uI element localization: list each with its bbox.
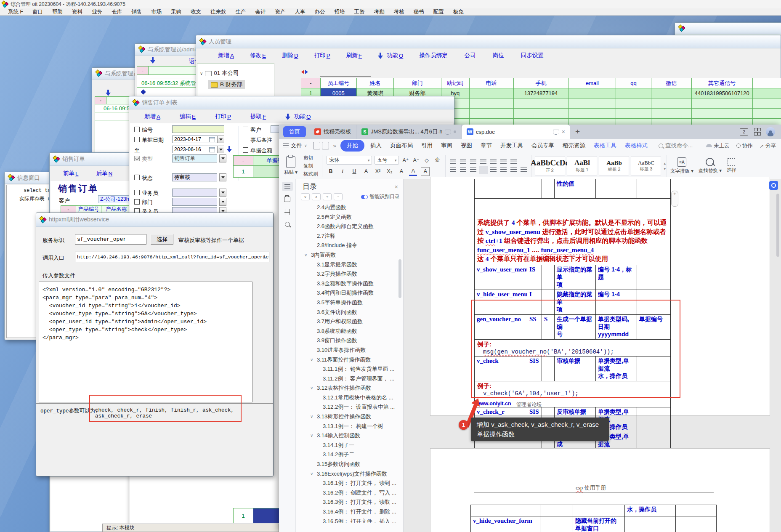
copy-button[interactable]: 复制 — [303, 163, 318, 169]
toolbar-button[interactable]: 前单L — [63, 170, 79, 177]
char-border-button[interactable]: A — [421, 167, 430, 176]
menu-item[interactable]: 会计 — [251, 8, 271, 16]
table-header-cell[interactable] — [753, 78, 781, 88]
styles-down-icon[interactable]: ▾ — [664, 167, 666, 171]
toc-item[interactable]: 3.16.1例： 打开文件， 读到 ... — [296, 479, 403, 488]
menu-item[interactable]: 会员专享 — [527, 142, 558, 149]
location-pin-icon[interactable] — [769, 181, 778, 190]
menu-start[interactable]: 开始 — [340, 140, 364, 152]
toc-item[interactable]: 3.11.2例： 客户管理界面， ... — [296, 374, 403, 384]
font-select[interactable]: 宋体▾ — [327, 156, 372, 165]
menu-item[interactable]: 系统 F — [3, 8, 28, 16]
justify-icon[interactable] — [480, 168, 486, 173]
toc-item[interactable]: 3.1显示提示函数 — [296, 260, 403, 270]
menu-item[interactable]: 配置 — [429, 8, 449, 16]
menu-item[interactable]: 审阅 — [437, 142, 457, 149]
filter-checkbox-no[interactable] — [134, 127, 140, 132]
window-titlebar[interactable]: 销售订单 列表 — [129, 96, 454, 109]
toc-item[interactable]: 3.10进度条操作函数 — [296, 346, 403, 355]
context-menu-item[interactable]: 表格样式 — [621, 142, 652, 149]
menu-item[interactable]: 办公 — [310, 8, 330, 16]
toc-item[interactable]: 2.5自定义函数 — [296, 213, 403, 222]
toc-item[interactable]: 3.16.3例： 打开文件， 读取 ... — [296, 497, 403, 507]
select-button[interactable]: 选择 — [724, 152, 736, 179]
tab-doc-active[interactable]: W csp.doc × — [462, 125, 570, 139]
collapse-all-icon[interactable]: ∧ — [312, 193, 321, 200]
menu-item[interactable]: 窗口 — [28, 8, 48, 16]
paste-button[interactable]: 粘贴 ▾ — [279, 152, 300, 179]
toolbar-button[interactable]: 打印P — [215, 113, 231, 120]
table-header-cell[interactable]: 助记码 — [441, 78, 469, 88]
cut-button[interactable]: 剪切 — [303, 155, 318, 161]
menu-item[interactable]: 市场 — [146, 8, 166, 16]
tab-home[interactable]: 首页 — [283, 126, 306, 137]
choose-button[interactable]: 选择 — [151, 234, 173, 245]
menu-item[interactable]: 页面布局 — [386, 142, 417, 149]
filter-checkbox-status[interactable] — [134, 175, 140, 180]
tab-docer[interactable]: 找稻壳模板 — [309, 125, 356, 139]
decrease-indent-icon[interactable] — [470, 160, 476, 165]
table-header-cell[interactable]: 姓名 — [357, 78, 394, 88]
toc-item[interactable]: 2.4内置函数 — [296, 203, 403, 213]
toc-item[interactable]: 3.6文件访问函数 — [296, 308, 403, 317]
swap-icon[interactable] — [301, 70, 308, 74]
entry-url-input[interactable]: http://140.246.193.46:9076/http_xml_call… — [75, 252, 269, 262]
bookmark-panel-icon[interactable] — [282, 207, 293, 216]
zoom-out-icon[interactable]: － — [334, 193, 343, 200]
menu-item[interactable]: 插入 — [366, 142, 386, 149]
grid-corner-cell[interactable]: - — [234, 156, 253, 166]
italic-button[interactable]: I — [338, 168, 346, 176]
service-id-input[interactable]: sf_voucher_oper — [75, 234, 146, 245]
strike-button[interactable]: A — [362, 168, 370, 176]
toc-item[interactable]: 3.12表格控件操作函数 — [296, 383, 403, 393]
toc-item[interactable]: 3.13.1例一： 构建一个树 — [296, 422, 403, 431]
toc-scrollbar[interactable] — [398, 259, 401, 298]
align-center-icon[interactable] — [460, 168, 466, 173]
func-down-icon[interactable] — [150, 57, 156, 65]
cloud-sync-button[interactable]: 未上云 — [706, 142, 730, 149]
func-menu-button[interactable]: 功能O — [378, 52, 403, 59]
table-header-cell[interactable]: qq — [616, 78, 651, 88]
context-menu-item[interactable]: 表格工具 — [590, 142, 621, 149]
toolbar-button[interactable]: 后单N — [96, 170, 113, 177]
menu-item[interactable]: 秘书 — [409, 8, 429, 16]
table-header-cell[interactable]: email — [568, 78, 616, 88]
toolbar-button[interactable]: 提取F — [250, 113, 266, 120]
sort-icon[interactable] — [490, 160, 497, 165]
table-header-cell[interactable]: 部门 — [394, 78, 441, 88]
table-cell[interactable]: 性的值 — [555, 179, 596, 190]
toc-item[interactable]: 3.5字符串操作函数 — [296, 298, 403, 308]
toolbar-button[interactable]: 公司 — [465, 52, 477, 59]
toc-item[interactable]: 3.3金额和数字操作函数 — [296, 279, 403, 289]
table-insert-handle[interactable]: + — [671, 191, 678, 207]
toolbar-button[interactable]: 操作员绑定 — [419, 52, 449, 59]
menu-item[interactable]: 人事 — [290, 8, 310, 16]
align-right-icon[interactable] — [470, 168, 476, 173]
table-cell[interactable] — [753, 88, 781, 98]
status-select[interactable]: 待审核 — [172, 173, 217, 181]
window-split-icon[interactable]: 2 — [740, 128, 748, 136]
filter-checkbox-dept[interactable] — [134, 199, 140, 205]
doc-table-row[interactable]: v_hide_voucher_form 隐藏当前打开的 单据窗口 — [471, 516, 716, 532]
close-icon[interactable]: × — [395, 184, 398, 190]
search-panel-icon[interactable] — [282, 220, 293, 229]
toc-item[interactable]: 2.7注释 — [296, 231, 403, 241]
toc-item[interactable]: 3.4时间和日期操作函数 — [296, 288, 403, 298]
filter-checkbox-cust[interactable] — [243, 127, 248, 132]
font-color-button[interactable]: A — [409, 167, 417, 176]
menu-item[interactable]: 业务 — [87, 8, 107, 16]
menu-item[interactable]: 资料 — [67, 8, 87, 16]
date-from-dropdown[interactable] — [217, 136, 224, 143]
doc-table-row[interactable]: 水，操作员 — [471, 505, 716, 516]
text-layout-button[interactable]: ≡A 文字排版 ▾ — [668, 152, 696, 179]
toc-item[interactable]: 3.12.1常用模块中表格的名 ... — [296, 393, 403, 403]
menu-item[interactable]: 引用 — [417, 142, 437, 149]
file-menu[interactable]: 文件∨ — [279, 142, 311, 149]
highlight-button[interactable]: A — [397, 168, 405, 176]
align-left-icon[interactable] — [450, 168, 456, 173]
apps-grid-icon[interactable] — [754, 128, 760, 136]
tree-expand-icon[interactable]: ∨ — [200, 71, 203, 76]
toc-item[interactable]: 2.8#include 指令 — [296, 241, 403, 250]
toc-item[interactable]: 3.13树形控件操作函数 — [296, 412, 403, 422]
menu-item[interactable]: 仓库 — [107, 8, 127, 16]
